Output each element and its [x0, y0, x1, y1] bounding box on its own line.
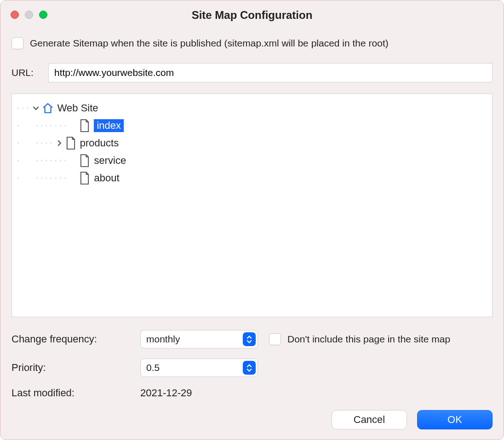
tree-item-label: service	[94, 155, 126, 167]
tree-item-label: products	[80, 137, 119, 149]
updown-arrows-icon	[243, 361, 256, 375]
ok-button[interactable]: OK	[417, 410, 493, 429]
priority-select[interactable]: 0.5	[140, 359, 258, 377]
page-tree[interactable]: ··· Web Site · ······· index	[11, 93, 493, 317]
modified-value: 2021-12-29	[140, 387, 269, 399]
chevron-down-icon[interactable]	[31, 103, 41, 113]
sitemap-config-dialog: Site Map Configuration Generate Sitemap …	[0, 0, 504, 440]
generate-sitemap-label: Generate Sitemap when the site is publis…	[30, 38, 389, 49]
exclude-row: Don't include this page in the site map	[269, 333, 493, 345]
titlebar: Site Map Configuration	[0, 0, 504, 27]
modified-label: Last modified:	[11, 387, 140, 399]
page-icon	[79, 172, 90, 185]
tree-item-service[interactable]: · ······· service	[17, 152, 487, 169]
page-icon	[65, 137, 76, 150]
exclude-label: Don't include this page in the site map	[287, 334, 450, 345]
updown-arrows-icon	[243, 332, 256, 346]
zoom-icon[interactable]	[39, 11, 47, 19]
tree-item-index[interactable]: · ······· index	[17, 117, 487, 134]
frequency-value: monthly	[146, 334, 180, 345]
window-title: Site Map Configuration	[10, 6, 494, 22]
tree-spacer	[68, 156, 78, 166]
url-input[interactable]	[48, 63, 493, 82]
frequency-label: Change frequency:	[11, 333, 140, 345]
url-row: URL:	[11, 63, 493, 82]
chevron-right-icon[interactable]	[54, 138, 64, 148]
tree-item-about[interactable]: · ······· about	[17, 169, 487, 187]
tree-item-products[interactable]: · ···· products	[17, 134, 487, 152]
generate-sitemap-checkbox[interactable]	[11, 37, 23, 49]
tree-spacer	[68, 173, 78, 183]
tree-guide: · ·······	[17, 122, 68, 129]
url-label: URL:	[11, 67, 37, 78]
tree-root-row[interactable]: ··· Web Site	[17, 99, 487, 117]
tree-guide: ···	[17, 105, 31, 111]
exclude-checkbox[interactable]	[269, 333, 281, 345]
generate-sitemap-row: Generate Sitemap when the site is publis…	[11, 37, 493, 49]
tree-item-label: about	[94, 172, 119, 184]
tree-guide: · ·······	[17, 157, 68, 164]
page-icon	[79, 119, 90, 132]
page-icon	[79, 154, 90, 167]
tree-guide: · ·······	[17, 175, 68, 181]
tree-guide: · ····	[17, 140, 54, 146]
window-controls	[11, 11, 47, 19]
tree-spacer	[68, 121, 78, 131]
cancel-button[interactable]: Cancel	[332, 410, 407, 429]
minimize-icon[interactable]	[25, 11, 33, 19]
priority-value: 0.5	[146, 362, 160, 373]
priority-label: Priority:	[11, 362, 140, 374]
tree-root-label: Web Site	[57, 102, 98, 114]
home-icon	[42, 102, 54, 114]
dialog-footer: Cancel OK	[332, 410, 493, 429]
close-icon[interactable]	[11, 11, 19, 19]
frequency-select[interactable]: monthly	[140, 330, 258, 348]
options-grid: Change frequency: monthly Don't include …	[11, 330, 493, 399]
tree-item-label: index	[94, 119, 124, 132]
